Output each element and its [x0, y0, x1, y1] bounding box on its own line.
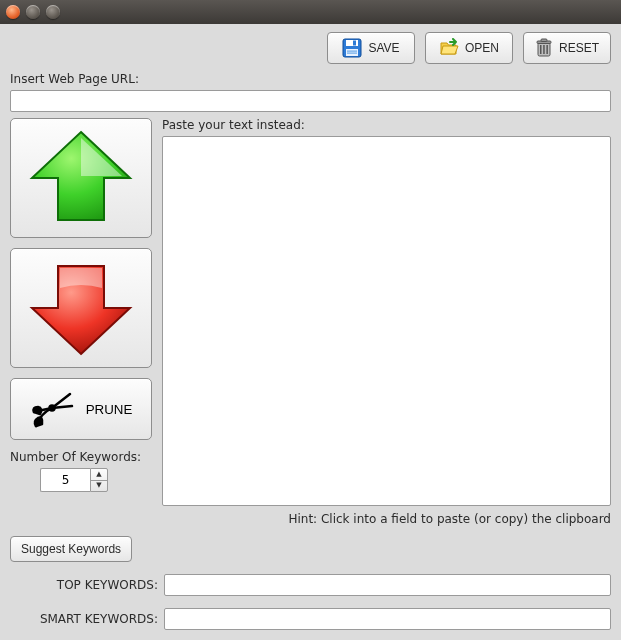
- smart-keywords-input[interactable]: [164, 608, 611, 630]
- keyword-count-row: Number Of Keywords: ▲ ▼: [10, 450, 170, 492]
- hint-text: Hint: Click into a field to paste (or co…: [162, 512, 611, 526]
- save-button[interactable]: SAVE: [327, 32, 415, 64]
- url-row: Insert Web Page URL:: [10, 72, 611, 112]
- smart-keywords-row: SMART KEYWORDS:: [10, 608, 611, 630]
- window-minimize-button[interactable]: [26, 5, 40, 19]
- save-button-label: SAVE: [368, 41, 399, 55]
- open-button-label: OPEN: [465, 41, 499, 55]
- top-keywords-label: TOP KEYWORDS:: [10, 578, 158, 592]
- window-close-button[interactable]: [6, 5, 20, 19]
- down-arrow-button[interactable]: [10, 248, 152, 368]
- keyword-count-label: Number Of Keywords:: [10, 450, 170, 464]
- svg-rect-8: [543, 45, 545, 54]
- pruning-shears-icon: [30, 386, 76, 432]
- floppy-disk-icon: [342, 38, 362, 58]
- right-column: Paste your text instead: Hint: Click int…: [162, 118, 611, 526]
- left-column: PRUNE Number Of Keywords: ▲ ▼: [10, 118, 152, 526]
- smart-keywords-label: SMART KEYWORDS:: [10, 612, 158, 626]
- spinner-down-button[interactable]: ▼: [91, 481, 107, 492]
- paste-textarea[interactable]: [162, 136, 611, 506]
- svg-rect-2: [353, 41, 356, 46]
- main-row: PRUNE Number Of Keywords: ▲ ▼ Paste your…: [10, 118, 611, 526]
- svg-rect-11: [541, 39, 547, 42]
- suggest-keywords-label: Suggest Keywords: [21, 542, 121, 556]
- svg-rect-1: [346, 40, 358, 46]
- reset-button-label: RESET: [559, 41, 599, 55]
- svg-rect-9: [546, 45, 548, 54]
- spinner-buttons: ▲ ▼: [90, 468, 108, 492]
- paste-label: Paste your text instead:: [162, 118, 611, 132]
- keyword-count-spinner[interactable]: ▲ ▼: [40, 468, 110, 492]
- down-arrow-icon: [26, 258, 136, 358]
- prune-button[interactable]: PRUNE: [10, 378, 152, 440]
- up-arrow-button[interactable]: [10, 118, 152, 238]
- keyword-count-input[interactable]: [40, 468, 90, 492]
- reset-button[interactable]: RESET: [523, 32, 611, 64]
- top-keywords-row: TOP KEYWORDS:: [10, 574, 611, 596]
- prune-button-label: PRUNE: [86, 402, 133, 417]
- url-input[interactable]: [10, 90, 611, 112]
- up-arrow-icon: [26, 128, 136, 228]
- suggest-keywords-button[interactable]: Suggest Keywords: [10, 536, 132, 562]
- svg-rect-4: [347, 51, 357, 52]
- top-keywords-input[interactable]: [164, 574, 611, 596]
- window-maximize-button[interactable]: [46, 5, 60, 19]
- svg-point-12: [49, 406, 54, 411]
- suggest-row: Suggest Keywords: [10, 536, 611, 562]
- window-titlebar: [0, 0, 621, 24]
- spinner-up-button[interactable]: ▲: [91, 469, 107, 481]
- svg-rect-7: [540, 45, 542, 54]
- svg-rect-5: [347, 53, 357, 54]
- folder-open-icon: [439, 38, 459, 58]
- toolbar: SAVE OPEN: [10, 32, 611, 66]
- window-body: SAVE OPEN: [0, 24, 621, 640]
- open-button[interactable]: OPEN: [425, 32, 513, 64]
- url-label: Insert Web Page URL:: [10, 72, 611, 86]
- trash-icon: [535, 38, 553, 58]
